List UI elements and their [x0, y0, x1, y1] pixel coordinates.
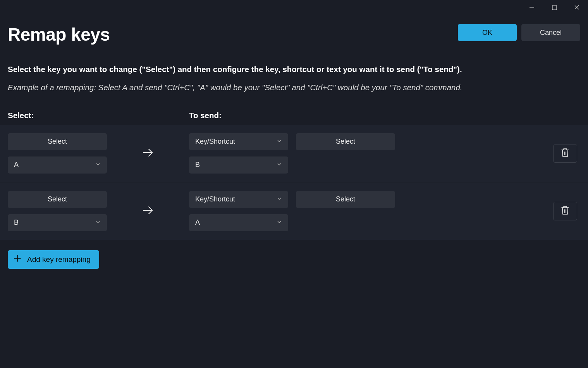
chevron-down-icon [277, 161, 282, 169]
chevron-down-icon [277, 195, 282, 203]
add-row-section: Add key remapping [0, 240, 588, 279]
tosend-select-button[interactable]: Select [296, 133, 395, 150]
tosend-key-dropdown[interactable]: B [189, 156, 288, 174]
tosend-stack: Key/Shortcut B [189, 133, 288, 174]
tosend-key-dropdown[interactable]: A [189, 214, 288, 231]
add-remapping-label: Add key remapping [27, 255, 91, 264]
delete-column [553, 144, 580, 163]
tosend-select-button[interactable]: Select [296, 191, 395, 208]
chevron-down-icon [95, 161, 101, 169]
description-example: Example of a remapping: Select A and sen… [8, 82, 580, 94]
select-column-header: Select: [8, 111, 189, 120]
chevron-down-icon [277, 138, 282, 146]
cancel-button[interactable]: Cancel [521, 24, 580, 41]
page-title: Remap keys [8, 24, 110, 45]
titlebar [0, 0, 588, 15]
trash-icon [560, 205, 570, 217]
add-remapping-button[interactable]: Add key remapping [8, 250, 99, 269]
select-column: Select A [8, 133, 107, 174]
select-key-button[interactable]: Select [8, 191, 107, 208]
plus-icon [13, 254, 22, 265]
description-main: Select the key you want to change ("Sele… [8, 64, 580, 76]
tosend-column: Key/Shortcut B Select [189, 133, 553, 174]
tosend-column: Key/Shortcut A Select [189, 191, 553, 231]
select-key-dropdown[interactable]: B [8, 214, 107, 231]
maximize-button[interactable] [543, 0, 566, 15]
select-key-value: B [14, 218, 19, 227]
trash-icon [560, 148, 570, 159]
tosend-column-header: To send: [189, 111, 222, 120]
tosend-type-dropdown[interactable]: Key/Shortcut [189, 133, 288, 150]
tosend-type-value: Key/Shortcut [195, 195, 235, 203]
tosend-key-value: B [195, 161, 200, 169]
chevron-down-icon [95, 218, 101, 227]
remap-row: Select B Key/Shortcut A [0, 182, 588, 240]
delete-column [553, 202, 580, 220]
arrow-column [107, 204, 189, 218]
tosend-stack: Key/Shortcut A [189, 191, 288, 231]
ok-button[interactable]: OK [458, 24, 517, 41]
select-key-button[interactable]: Select [8, 133, 107, 150]
chevron-down-icon [277, 218, 282, 227]
columns-header: Select: To send: [0, 94, 588, 125]
arrow-right-icon [142, 204, 154, 218]
arrow-right-icon [142, 146, 154, 160]
delete-row-button[interactable] [553, 144, 577, 163]
description-block: Select the key you want to change ("Sele… [0, 45, 588, 94]
close-button[interactable] [566, 0, 588, 15]
tosend-key-value: A [195, 218, 200, 227]
minimize-button[interactable] [521, 0, 543, 15]
tosend-type-dropdown[interactable]: Key/Shortcut [189, 191, 288, 208]
remap-row: Select A Key/Shortcut B [0, 125, 588, 182]
select-key-dropdown[interactable]: A [8, 156, 107, 174]
arrow-column [107, 146, 189, 160]
tosend-type-value: Key/Shortcut [195, 138, 235, 146]
svg-rect-1 [552, 5, 557, 10]
header-buttons: OK Cancel [458, 24, 580, 41]
delete-row-button[interactable] [553, 202, 577, 220]
select-column: Select B [8, 191, 107, 231]
select-key-value: A [14, 161, 19, 169]
header-row: Remap keys OK Cancel [0, 15, 588, 45]
